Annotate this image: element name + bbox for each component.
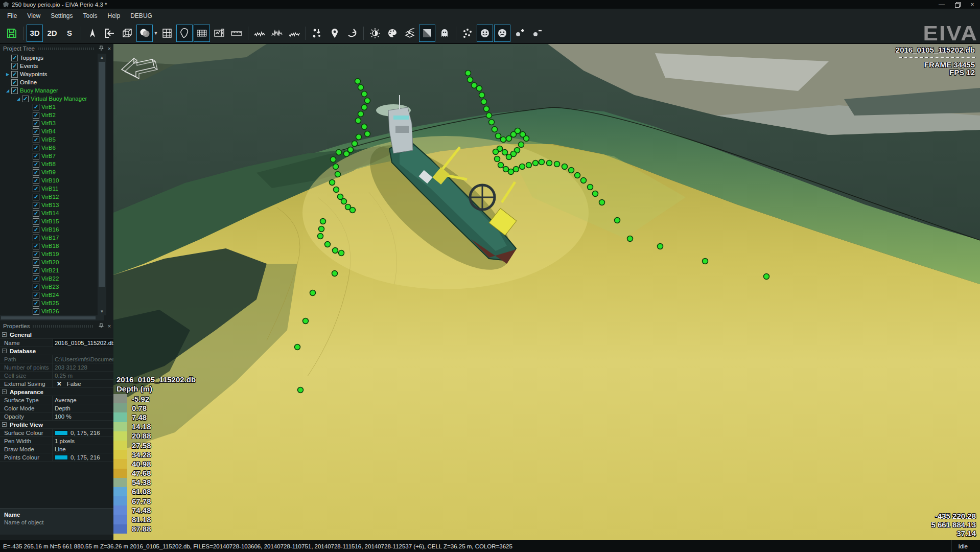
checkbox[interactable]: ✓	[33, 226, 39, 233]
tree-item-virb22[interactable]: ✓VirB22	[0, 274, 96, 283]
checkbox[interactable]: ✓	[33, 112, 39, 119]
checkbox[interactable]: ✓	[33, 104, 39, 110]
checkbox[interactable]: ✓	[33, 153, 39, 159]
tree-item-waypoints[interactable]: ▶✓Waypoints	[0, 70, 96, 78]
tree-item-virb19[interactable]: ✓VirB19	[0, 250, 96, 258]
import-view-button[interactable]	[102, 25, 118, 42]
swipe-layers-button[interactable]	[402, 25, 418, 42]
checkbox[interactable]: ✓	[33, 267, 39, 274]
scatter-points-button[interactable]	[459, 25, 476, 42]
checkbox[interactable]: ✓	[11, 71, 18, 78]
menu-view[interactable]: View	[22, 10, 45, 22]
pin-icon[interactable]	[97, 45, 105, 52]
property-value[interactable]: Line	[52, 445, 113, 453]
checkbox[interactable]: ✓	[33, 194, 39, 200]
tree-item-virb4[interactable]: ✓VirB4	[0, 127, 96, 135]
checkbox[interactable]: ✓	[33, 284, 39, 290]
menu-tools[interactable]: Tools	[78, 10, 103, 22]
compass-gizmo[interactable]	[119, 52, 166, 79]
checkbox[interactable]: ✓	[33, 251, 39, 258]
tree-item-virb13[interactable]: ✓VirB13	[0, 201, 96, 209]
tree-item-online[interactable]: ✓Online	[0, 78, 96, 86]
brightness-button[interactable]	[367, 25, 383, 42]
tree-item-virb1[interactable]: ✓VirB1	[0, 103, 96, 111]
view-2d-button[interactable]: 2D	[44, 25, 60, 42]
property-value[interactable]: 100 %	[52, 412, 113, 420]
point-add-button[interactable]	[511, 25, 528, 42]
restore-button[interactable]	[949, 0, 965, 9]
checkbox[interactable]: ✓	[33, 177, 39, 184]
drop-points-button[interactable]	[309, 25, 325, 42]
profile-wave-3-button[interactable]	[286, 25, 302, 42]
tree-item-virb26[interactable]: ✓VirB26	[0, 307, 96, 315]
collapse-icon[interactable]: −	[2, 332, 7, 337]
property-value[interactable]: 1 pixels	[52, 437, 113, 445]
checkbox[interactable]: ✓	[33, 308, 39, 315]
tree-item-virb3[interactable]: ✓VirB3	[0, 119, 96, 127]
checkbox[interactable]: ✓	[33, 145, 39, 151]
tree-item-events[interactable]: ✓Events	[0, 62, 96, 70]
checkbox[interactable]: ✓	[33, 128, 39, 135]
tree-item-virb18[interactable]: ✓VirB18	[0, 242, 96, 250]
tree-item-buoy-manager[interactable]: ◢✓Buoy Manager	[0, 86, 96, 95]
profile-wave-2-button[interactable]	[269, 25, 285, 42]
property-value[interactable]: 2016_0105_115202.db	[52, 339, 113, 347]
scroll-down-icon[interactable]: ▼	[98, 308, 106, 315]
checkbox[interactable]: ✓	[33, 275, 39, 282]
ghost-button[interactable]	[436, 25, 453, 42]
undo-curve-button[interactable]	[344, 25, 360, 42]
property-value[interactable]: 0, 175, 216	[52, 429, 113, 436]
tree-item-virb9[interactable]: ✓VirB9	[0, 168, 96, 176]
pin-icon[interactable]	[97, 323, 105, 330]
menu-settings[interactable]: Settings	[45, 10, 78, 22]
smiley-sad-button[interactable]	[494, 25, 510, 42]
collapse-icon[interactable]: −	[2, 389, 7, 394]
scroll-thumb[interactable]	[99, 62, 105, 287]
close-button[interactable]: ×	[965, 0, 980, 9]
checkbox[interactable]: ✓	[33, 169, 39, 176]
tree-item-virtual-buoy-manager[interactable]: ◢✓Virtual Buoy Manager	[0, 95, 96, 103]
collapse-icon[interactable]: −	[2, 422, 7, 427]
tree-item-virb2[interactable]: ✓VirB2	[0, 111, 96, 119]
grid-button[interactable]	[159, 25, 175, 42]
dropdown-caret-icon[interactable]: ▼	[153, 31, 158, 36]
checkbox[interactable]: ✓	[11, 87, 18, 94]
tree-item-virb24[interactable]: ✓VirB24	[0, 291, 96, 299]
color-swatch[interactable]	[55, 430, 68, 435]
tree-item-virb11[interactable]: ✓VirB11	[0, 185, 96, 193]
tree-item-virb16[interactable]: ✓VirB16	[0, 225, 96, 234]
mesh-button[interactable]	[194, 25, 210, 42]
close-panel-icon[interactable]: ×	[105, 45, 113, 52]
checkbox[interactable]: ✓	[33, 136, 39, 143]
tree-item-virb6[interactable]: ✓VirB6	[0, 144, 96, 152]
tree-item-virb12[interactable]: ✓VirB12	[0, 193, 96, 201]
checkbox[interactable]: ✓	[33, 161, 39, 168]
menu-help[interactable]: Help	[103, 10, 126, 22]
checkbox[interactable]: ✓	[33, 300, 39, 307]
profile-box-button[interactable]	[211, 25, 227, 42]
property-value[interactable]: 0, 175, 216	[52, 453, 113, 461]
location-pin-button[interactable]	[326, 25, 343, 42]
tree-item-virb15[interactable]: ✓VirB15	[0, 217, 96, 225]
expander-collapsed-icon[interactable]: ▶	[4, 72, 11, 77]
tree-item-virb20[interactable]: ✓VirB20	[0, 258, 96, 266]
north-arrow-button[interactable]	[84, 25, 101, 42]
tree-item-virb5[interactable]: ✓VirB5	[0, 135, 96, 144]
tree-item-virb8[interactable]: ✓VirB8	[0, 160, 96, 168]
checkbox[interactable]: ✓	[33, 186, 39, 192]
color-swatch[interactable]	[55, 455, 68, 460]
checkbox[interactable]: ✓	[33, 259, 39, 266]
wire-cube-button[interactable]	[119, 25, 135, 42]
tree-vertical-scrollbar[interactable]: ▲ ▼	[98, 54, 106, 315]
section-general[interactable]: −General	[0, 331, 113, 339]
profile-wave-1-button[interactable]	[251, 25, 268, 42]
palette-button[interactable]	[384, 25, 401, 42]
close-panel-icon[interactable]: ×	[105, 323, 113, 329]
property-value[interactable]: Average	[52, 396, 113, 404]
tree-item-virb10[interactable]: ✓VirB10	[0, 176, 96, 185]
section-database[interactable]: −Database	[0, 347, 113, 355]
property-value[interactable]: ✕False	[52, 380, 113, 387]
checkbox[interactable]: ✓	[33, 218, 39, 225]
tree-item-virb7[interactable]: ✓VirB7	[0, 152, 96, 160]
checkbox[interactable]: ✓	[33, 210, 39, 217]
